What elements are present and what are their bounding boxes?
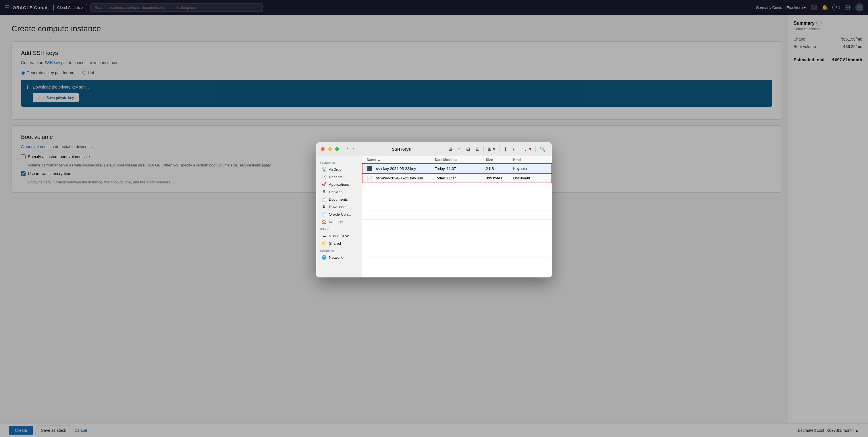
sidebar-item-icloud-drive[interactable]: ☁ iCloud Drive <box>317 232 361 239</box>
finder-window: ‹ › SSH Keys ⊞ ≡ ⊟ ⊡ ⊞ ▾ ⬆ 🏷 … ▾ 🔍 <box>316 142 552 278</box>
back-button[interactable]: ‹ <box>345 145 350 153</box>
modified-column-header: Date Modified <box>435 158 486 162</box>
empty-row <box>362 247 552 257</box>
list-view-button[interactable]: ≡ <box>456 146 462 153</box>
network-icon: 🌐 <box>321 255 327 260</box>
filelist-header: Name ▲ Date Modified Size Kind <box>362 156 552 164</box>
finder-filelist: Name ▲ Date Modified Size Kind ⬛ ssh-key… <box>362 156 552 278</box>
sidebar-item-airdrop[interactable]: 📡 AirDrop <box>317 166 361 173</box>
finder-overlay: ‹ › SSH Keys ⊞ ≡ ⊟ ⊡ ⊞ ▾ ⬆ 🏷 … ▾ 🔍 <box>0 0 868 423</box>
finder-title: SSH Keys <box>360 147 443 151</box>
oracle-folder-icon: 📄 <box>321 212 327 216</box>
sidebar-item-iwhooge[interactable]: 🏠 iwhooge <box>317 218 361 225</box>
empty-row <box>362 220 552 229</box>
sidebar-downloads-label: Downloads <box>329 205 347 209</box>
sidebar-item-downloads[interactable]: ⬇ Downloads <box>317 203 361 210</box>
file-size-key: 2 KB <box>486 167 513 171</box>
grid-view-button[interactable]: ⊞ <box>447 145 454 153</box>
finder-toolbar: ⊞ ≡ ⊟ ⊡ ⊞ ▾ ⬆ 🏷 … ▾ 🔍 <box>447 145 547 153</box>
sidebar-shared-label: Shared <box>329 241 341 245</box>
columns-view-button[interactable]: ⊟ <box>464 145 472 153</box>
file-size-pub: 399 bytes <box>486 176 513 180</box>
sidebar-item-network[interactable]: 🌐 Network <box>317 254 361 261</box>
close-button[interactable] <box>321 147 324 151</box>
sidebar-item-recents[interactable]: 🕐 Recents <box>317 173 361 180</box>
sort-arrow-icon: ▲ <box>377 158 381 162</box>
empty-row <box>362 229 552 238</box>
empty-row <box>362 210 552 220</box>
finder-body: Favourites 📡 AirDrop 🕐 Recents 🚀 Applica… <box>316 156 552 278</box>
file-kind-key: Keynote <box>513 167 547 171</box>
file-kind-pub: Document <box>513 176 547 180</box>
toolbar-divider-2 <box>499 146 499 152</box>
gallery-view-button[interactable]: ⊡ <box>474 145 481 153</box>
file-modified-key: Today, 11:07 <box>435 167 486 171</box>
applications-icon: 🚀 <box>321 182 327 186</box>
file-name-pub: 📄 ssh-key-2024-05-22.key.pub <box>367 175 435 181</box>
sidebar-airdrop-label: AirDrop <box>329 167 342 172</box>
sidebar-item-desktop[interactable]: 🖥 Desktop <box>317 188 361 196</box>
sidebar-item-oracle[interactable]: 📄 Oracle Con... <box>317 210 361 218</box>
shared-icon: 📁 <box>321 241 327 245</box>
sidebar-applications-label: Applications <box>329 182 349 186</box>
file-name-key: ⬛ ssh-key-2024-05-22.key <box>367 166 435 171</box>
more-button[interactable]: … ▾ <box>522 145 533 153</box>
forward-button[interactable]: › <box>351 145 356 153</box>
sidebar-oracle-label: Oracle Con... <box>329 212 351 216</box>
sidebar-network-label: Network <box>329 255 343 260</box>
sidebar-desktop-label: Desktop <box>329 190 343 194</box>
tag-button[interactable]: 🏷 <box>511 146 519 153</box>
minimize-button[interactable] <box>328 147 332 151</box>
airdrop-icon: 📡 <box>321 167 327 172</box>
name-column-header: Name ▲ <box>367 158 435 162</box>
finder-sidebar: Favourites 📡 AirDrop 🕐 Recents 🚀 Applica… <box>316 156 362 278</box>
sidebar-recents-label: Recents <box>329 175 343 179</box>
pub-file-icon: 📄 <box>367 175 373 181</box>
empty-row <box>362 201 552 210</box>
sidebar-iwhooge-label: iwhooge <box>329 220 343 224</box>
recents-icon: 🕐 <box>321 175 327 179</box>
sidebar-item-applications[interactable]: 🚀 Applications <box>317 180 361 188</box>
documents-icon: 📄 <box>321 197 327 202</box>
empty-row <box>362 238 552 247</box>
table-row[interactable]: ⬛ ssh-key-2024-05-22.key Today, 11:07 2 … <box>362 164 552 173</box>
maximize-button[interactable] <box>335 147 339 151</box>
sidebar-documents-label: Documents <box>329 197 348 202</box>
home-icon: 🏠 <box>321 220 327 224</box>
search-button[interactable]: 🔍 <box>538 145 547 153</box>
finder-nav: ‹ › <box>345 145 356 153</box>
desktop-icon: 🖥 <box>321 190 327 194</box>
file-modified-pub: Today, 11:07 <box>435 176 486 180</box>
sidebar-icloud-label: iCloud Drive <box>329 234 349 238</box>
table-row[interactable]: 📄 ssh-key-2024-05-22.key.pub Today, 11:0… <box>362 173 552 183</box>
group-by-button[interactable]: ⊞ ▾ <box>486 145 497 153</box>
share-button[interactable]: ⬆ <box>502 145 509 153</box>
size-column-header: Size <box>486 158 513 162</box>
downloads-icon: ⬇ <box>321 204 327 209</box>
toolbar-divider-3 <box>535 146 536 152</box>
sidebar-item-documents[interactable]: 📄 Documents <box>317 196 361 203</box>
key-file-icon: ⬛ <box>367 166 373 171</box>
empty-row <box>362 192 552 201</box>
icloud-drive-icon: ☁ <box>321 233 327 238</box>
icloud-label: iCloud <box>316 225 362 232</box>
sidebar-item-shared[interactable]: 📁 Shared <box>317 239 361 247</box>
kind-column-header: Kind <box>513 158 547 162</box>
locations-label: Locations <box>316 247 362 254</box>
empty-row <box>362 183 552 192</box>
finder-titlebar: ‹ › SSH Keys ⊞ ≡ ⊟ ⊡ ⊞ ▾ ⬆ 🏷 … ▾ 🔍 <box>316 142 552 156</box>
favourites-label: Favourites <box>316 159 362 166</box>
